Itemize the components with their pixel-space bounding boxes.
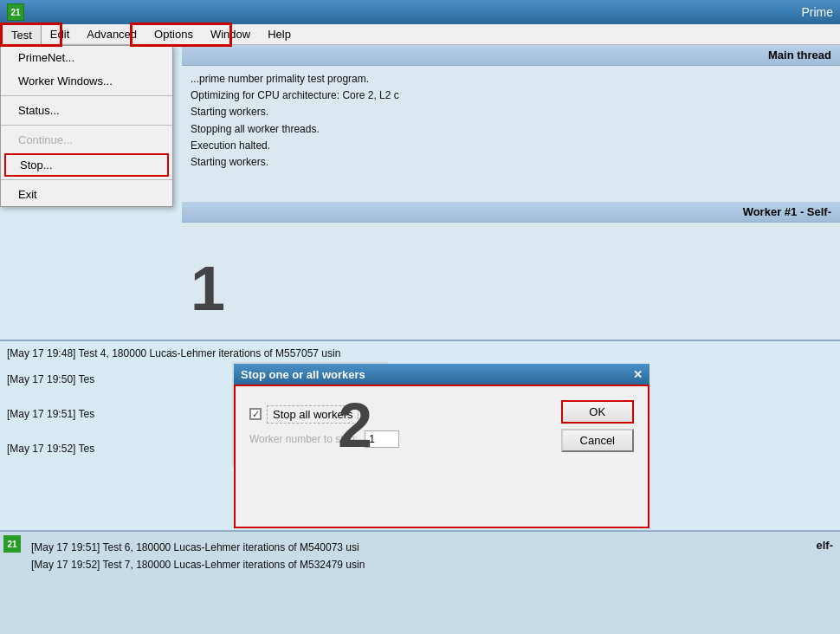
step1-badge: 1	[191, 253, 225, 324]
main-thread-panel: Main thread ...prime number primality te…	[182, 45, 840, 340]
menu-bar: Test Edit Advanced Options Window Help P…	[0, 24, 840, 45]
bottom-icon: 21	[3, 535, 21, 553]
main-thread-content: ...prime number primality test program. …	[182, 66, 840, 176]
separator-1	[1, 95, 172, 96]
main-window: 21 Prime Test Edit Advanced Options Wind…	[0, 0, 840, 634]
bottom-section: 21 [May 17 19:51] Test 6, 180000 Lucas-L…	[0, 530, 840, 634]
dialog-body: Stop all workers Worker number to stop: …	[234, 385, 649, 528]
menu-window[interactable]: Window	[202, 24, 259, 45]
separator-2	[1, 125, 172, 126]
menu-status[interactable]: Status...	[1, 99, 172, 122]
stop-all-label: Stop all workers	[267, 405, 359, 424]
log-line-main-0: [May 17 19:48] Test 4, 180000 Lucas-Lehm…	[7, 345, 833, 362]
log-line-1: Optimizing for CPU architecture: Core 2,…	[191, 87, 831, 104]
menu-stop[interactable]: Stop...	[4, 153, 169, 177]
stop-all-checkbox[interactable]	[249, 408, 262, 420]
log-line-0: ...prime number primality test program.	[191, 71, 831, 87]
menu-options[interactable]: Options	[145, 24, 202, 45]
menu-test[interactable]: Test	[2, 24, 42, 45]
title-bar: 21 Prime	[0, 0, 840, 24]
menu-edit[interactable]: Edit	[42, 24, 78, 45]
menu-primenet[interactable]: PrimeNet...	[1, 46, 172, 69]
log-line-4: Execution halted.	[191, 138, 831, 154]
bottom-log-0: [May 17 19:51] Test 6, 180000 Lucas-Lehm…	[31, 539, 833, 556]
app-icon: 21	[7, 3, 24, 21]
cancel-button[interactable]: Cancel	[561, 429, 634, 452]
worker-number-label: Worker number to stop:	[249, 433, 358, 445]
dialog-main-row: Stop all workers Worker number to stop: …	[249, 400, 634, 452]
menu-worker-windows[interactable]: Worker Windows...	[1, 69, 172, 93]
menu-advanced[interactable]: Advanced	[78, 24, 145, 45]
worker-panel-header: Worker #1 - Self-	[182, 202, 840, 223]
separator-3	[1, 179, 172, 180]
dialog-buttons: OK Cancel	[561, 400, 634, 452]
log-line-3: Stopping all worker threads.	[191, 121, 831, 138]
main-thread-header: Main thread	[182, 45, 840, 66]
menu-help[interactable]: Help	[259, 24, 300, 45]
test-dropdown: PrimeNet... Worker Windows... Status... …	[0, 45, 173, 207]
app-title: Prime	[29, 5, 833, 19]
ok-button[interactable]: OK	[561, 400, 634, 424]
worker-number-input[interactable]	[365, 430, 399, 448]
bottom-right-label: elf-	[810, 535, 841, 555]
log-line-2: Starting workers.	[191, 104, 831, 120]
bottom-log-1: [May 17 19:52] Test 7, 180000 Lucas-Lehm…	[31, 556, 833, 573]
menu-exit[interactable]: Exit	[1, 183, 172, 206]
checkbox-area: Stop all workers	[249, 405, 561, 424]
stop-dialog: Stop one or all workers ✕ Stop all worke…	[234, 364, 649, 528]
dialog-close-button[interactable]: ✕	[633, 368, 643, 381]
worker-input-row: Worker number to stop:	[249, 430, 561, 448]
bottom-log: [May 17 19:51] Test 6, 180000 Lucas-Lehm…	[24, 535, 840, 578]
menu-continue[interactable]: Continue...	[1, 128, 172, 152]
log-line-5: Starting workers.	[191, 154, 831, 171]
dialog-title: Stop one or all workers ✕	[234, 364, 649, 385]
